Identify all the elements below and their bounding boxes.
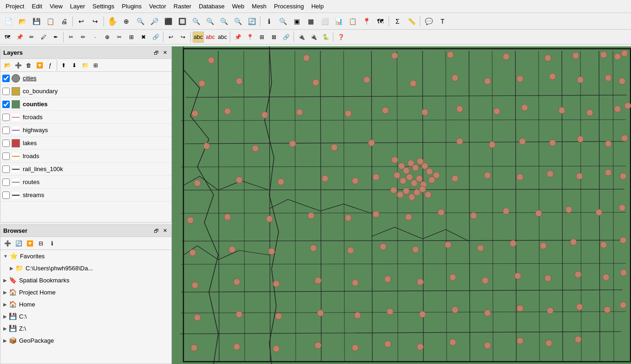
label-tool-btn[interactable]: abc bbox=[193, 32, 204, 43]
save-as-btn[interactable]: 📋 bbox=[44, 15, 57, 28]
layer-remove-btn[interactable]: 🗑 bbox=[24, 60, 34, 70]
layer-checkbox-fcroads[interactable] bbox=[2, 114, 10, 121]
layer-open-btn[interactable]: 📂 bbox=[2, 60, 13, 70]
menu-vector[interactable]: Vector bbox=[145, 1, 170, 12]
zoom-extent-btn[interactable]: ⬛ bbox=[162, 15, 175, 28]
refresh-btn[interactable]: 🔄 bbox=[245, 15, 258, 28]
text-btn[interactable]: T bbox=[436, 15, 449, 28]
dig-btn18[interactable]: 🔗 bbox=[280, 32, 292, 43]
browser-close-btn[interactable]: ✕ bbox=[161, 227, 169, 235]
ruler-btn[interactable]: 📏 bbox=[405, 15, 418, 28]
browser-info-btn[interactable]: ℹ bbox=[47, 238, 57, 249]
redo-btn[interactable]: ↪ bbox=[89, 15, 102, 28]
zoom-last-btn[interactable]: 🔍 bbox=[217, 15, 230, 28]
zoom-layer-btn[interactable]: 🔲 bbox=[176, 15, 189, 28]
dig-btn3[interactable]: ✏ bbox=[26, 32, 37, 43]
layer-checkbox-routes[interactable] bbox=[2, 179, 10, 186]
dig-btn9[interactable]: ⊕ bbox=[102, 32, 113, 43]
help-btn[interactable]: ❓ bbox=[335, 32, 346, 43]
zoom-next-btn[interactable]: 🔍 bbox=[231, 15, 244, 28]
layer-checkbox-lakes[interactable] bbox=[2, 140, 10, 147]
menu-mesh[interactable]: Mesh bbox=[248, 1, 270, 12]
menu-layer[interactable]: Layer bbox=[66, 1, 89, 12]
dig-btn1[interactable]: 🗺 bbox=[2, 32, 13, 43]
zoom-native-btn[interactable]: 🔍 bbox=[203, 15, 216, 28]
layer-item-routes[interactable]: routes bbox=[0, 176, 171, 189]
dig-btn17[interactable]: ⊠ bbox=[268, 32, 280, 43]
menu-project[interactable]: Project bbox=[2, 1, 28, 12]
menu-settings[interactable]: Settings bbox=[89, 1, 118, 12]
dig-btn15[interactable]: ↪ bbox=[177, 32, 189, 43]
browser-item-datapath[interactable]: ▶ 📁 C:\Users\phwh9568\Da... bbox=[0, 262, 171, 274]
menu-web[interactable]: Web bbox=[228, 1, 248, 12]
open-project-btn[interactable]: 📂 bbox=[16, 15, 29, 28]
menu-view[interactable]: View bbox=[46, 1, 66, 12]
layer-add-btn[interactable]: ➕ bbox=[13, 60, 23, 70]
browser-item-zdrive[interactable]: ▶ 💾 Z:\ bbox=[0, 322, 171, 334]
open-table-btn[interactable]: 📋 bbox=[346, 15, 359, 28]
layer-expand-btn[interactable]: ⊞ bbox=[91, 60, 101, 70]
dig-btn2[interactable]: 📌 bbox=[14, 32, 25, 43]
deselect-btn[interactable]: ⬜ bbox=[318, 15, 331, 28]
layer-item-highways[interactable]: highways bbox=[0, 124, 171, 137]
browser-collapse-btn[interactable]: ⊟ bbox=[36, 238, 46, 249]
browser-item-home[interactable]: ▶ 🏠 Home bbox=[0, 298, 171, 310]
undo-btn[interactable]: ↩ bbox=[75, 15, 88, 28]
menu-edit[interactable]: Edit bbox=[28, 1, 46, 12]
browser-item-favorites[interactable]: ▼ ⭐ Favorites bbox=[0, 250, 171, 262]
layer-item-lroads[interactable]: lroads bbox=[0, 150, 171, 163]
browser-filter-btn[interactable]: 🔽 bbox=[25, 238, 35, 249]
browser-item-cdrive[interactable]: ▶ 💾 C:\ bbox=[0, 310, 171, 322]
map-area[interactable] bbox=[172, 46, 631, 364]
layer-item-cities[interactable]: cities bbox=[0, 72, 171, 85]
menu-processing[interactable]: Processing bbox=[270, 1, 307, 12]
menu-plugins[interactable]: Plugins bbox=[118, 1, 145, 12]
stat-btn[interactable]: 📊 bbox=[332, 15, 345, 28]
layer-checkbox-counties[interactable] bbox=[2, 101, 10, 108]
zoom-out-btn[interactable]: 🔎 bbox=[148, 15, 161, 28]
dig-btn11[interactable]: ⊞ bbox=[126, 32, 137, 43]
dig-btn12[interactable]: ✖ bbox=[138, 32, 149, 43]
zoom-in2-btn[interactable]: 🔍 bbox=[276, 15, 289, 28]
browser-item-bookmarks[interactable]: ▶ 🔖 Spatial Bookmarks bbox=[0, 274, 171, 286]
plugin-btn3[interactable]: 🐍 bbox=[320, 32, 331, 43]
new-map-btn[interactable]: 🗺 bbox=[374, 15, 387, 28]
layer-checkbox-lroads[interactable] bbox=[2, 153, 10, 160]
menu-raster[interactable]: Raster bbox=[170, 1, 195, 12]
layer-item-counties[interactable]: counties bbox=[0, 98, 171, 111]
layer-group-btn[interactable]: 📁 bbox=[80, 60, 90, 70]
dig-btn16[interactable]: ⊞ bbox=[256, 32, 267, 43]
layer-checkbox-cities[interactable] bbox=[2, 75, 10, 82]
label-btn[interactable]: 💬 bbox=[422, 15, 435, 28]
layer-checkbox-coboundary[interactable] bbox=[2, 88, 10, 95]
identify-btn[interactable]: ℹ bbox=[262, 15, 275, 28]
layer-item-coboundary[interactable]: co_boundary bbox=[0, 85, 171, 98]
browser-item-geopackage[interactable]: ▶ 📦 GeoPackage bbox=[0, 334, 171, 346]
dig-btn6[interactable]: ✂ bbox=[65, 32, 77, 43]
layer-item-raillines[interactable]: rail_lines_100k bbox=[0, 163, 171, 176]
layer-down-btn[interactable]: ⬇ bbox=[69, 60, 79, 70]
dig-btn14[interactable]: ↩ bbox=[165, 32, 176, 43]
dig-btn4[interactable]: 🖊 bbox=[38, 32, 49, 43]
browser-refresh-btn[interactable]: 🔄 bbox=[13, 238, 24, 249]
layer-checkbox-highways[interactable] bbox=[2, 127, 10, 134]
zoom-selection-btn[interactable]: 🔍 bbox=[189, 15, 202, 28]
browser-add-btn[interactable]: ➕ bbox=[2, 238, 13, 249]
layers-close-btn[interactable]: ✕ bbox=[161, 49, 169, 57]
dig-btn13[interactable]: 🔗 bbox=[150, 32, 161, 43]
menu-database[interactable]: Database bbox=[195, 1, 228, 12]
dig-btn7[interactable]: ✏ bbox=[78, 32, 89, 43]
dig-btn10[interactable]: ✂ bbox=[114, 32, 125, 43]
browser-item-projecthome[interactable]: ▶ 🏠 Project Home bbox=[0, 286, 171, 298]
select2-btn[interactable]: ▦ bbox=[304, 15, 317, 28]
layer-item-lakes[interactable]: lakes bbox=[0, 137, 171, 150]
layers-restore-btn[interactable]: 🗗 bbox=[152, 49, 160, 57]
print-btn[interactable]: 🖨 bbox=[58, 15, 71, 28]
dig-btn5[interactable]: ✒ bbox=[50, 32, 61, 43]
layer-up-btn[interactable]: ⬆ bbox=[59, 60, 69, 70]
new-project-btn[interactable]: 📄 bbox=[2, 15, 15, 28]
select-btn[interactable]: ▣ bbox=[290, 15, 303, 28]
zoom-in-btn[interactable]: 🔍 bbox=[134, 15, 147, 28]
pan-btn[interactable]: ✋ bbox=[106, 15, 119, 28]
layer-checkbox-raillines[interactable] bbox=[2, 166, 10, 173]
